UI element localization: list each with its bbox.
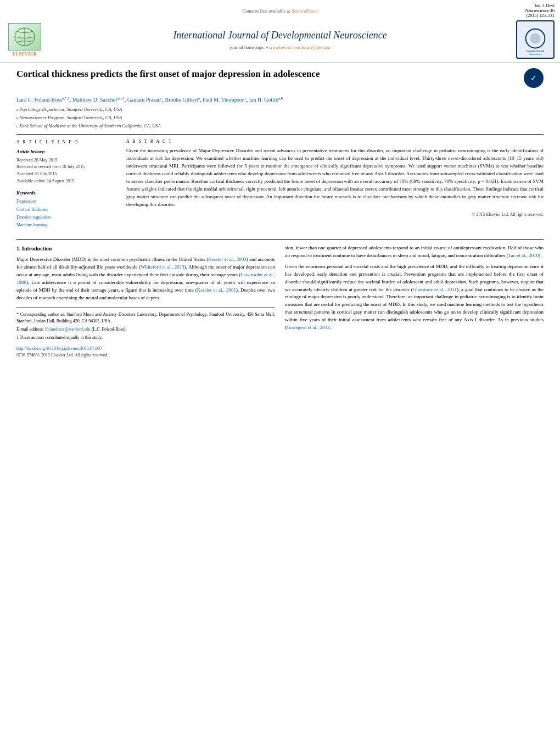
ref-tao[interactable]: Tao et al., 2010	[508, 253, 539, 258]
sciencedirect-link[interactable]: ScienceDirect	[292, 8, 318, 14]
keyword-1[interactable]: Depression	[16, 198, 115, 205]
crossmark-badge: ✓	[524, 68, 544, 88]
received-date: Received 26 May 2015	[16, 157, 115, 164]
elsevier-text: ELSEVIER	[13, 52, 37, 57]
accepted-date: Accepted 20 July 2015	[16, 171, 115, 178]
footnote-email: E-mail address: lfolandross@stanford.edu…	[16, 326, 275, 333]
footnote1-text: 1 These authors contributed equally to t…	[16, 334, 275, 341]
aff-sup-a: a	[16, 107, 18, 113]
aff-text-c: Keck School of Medicine at the Universit…	[19, 122, 161, 130]
copyright-line: © 2015 Elsevier Ltd. All rights reserved…	[126, 212, 544, 217]
devneurosci-logo: Developmental Neuroscience	[516, 20, 555, 59]
affiliation-c: c Keck School of Medicine at the Univers…	[16, 122, 544, 130]
author3-sup: c	[160, 96, 162, 101]
footnote-corresponding: * Corresponding author at: Stanford Mood…	[16, 311, 275, 325]
available-date: Available online 24 August 2015	[16, 178, 115, 185]
homepage-line: journal homepage: www.elsevier.com/locat…	[49, 44, 511, 50]
svg-text:Developmental: Developmental	[527, 50, 544, 53]
abstract-column: A B S T R A C T Given the increasing pre…	[126, 139, 544, 234]
keywords-group: Keywords: Depression Cortical thickness …	[16, 189, 115, 230]
email-attribution: (L.C. Foland-Ross).	[92, 327, 127, 332]
body-two-col: 1. Introduction Major Depressive Disorde…	[16, 244, 544, 359]
history-label: Article history:	[16, 148, 115, 156]
article-info-box: A R T I C L E I N F O Article history: R…	[16, 139, 115, 230]
ref-kessler2001[interactable]: Kessler et al., 2001	[197, 287, 236, 293]
ref-grotegerd[interactable]: Grotegerd et al., 2013;	[287, 325, 331, 330]
ref-whiteford[interactable]: Whiteford et al., 2013	[141, 264, 184, 270]
keyword-3[interactable]: Emotion regulation	[16, 214, 115, 221]
top-divider	[16, 134, 544, 135]
authors-line: Lara C. Foland-Rossa,*,1, Matthew D. Sac…	[16, 96, 544, 104]
citation-info: Int. J. Devl Neuroscience 46 (2015) 125–…	[516, 3, 555, 18]
aff-text-b: Neurosciences Program, Stanford Universi…	[20, 114, 122, 122]
svg-text:✓: ✓	[530, 74, 537, 82]
keyword-2[interactable]: Cortical thickness	[16, 206, 115, 214]
keywords-label: Keywords:	[16, 189, 115, 197]
svg-text:Neuroscience: Neuroscience	[529, 53, 542, 55]
info-abstract-row: A R T I C L E I N F O Article history: R…	[16, 139, 544, 234]
email-address[interactable]: lfolandross@stanford.edu	[45, 327, 91, 332]
homepage-label: journal homepage:	[230, 44, 265, 50]
svg-point-4	[530, 33, 540, 43]
body-col-left: 1. Introduction Major Depressive Disorde…	[16, 244, 275, 359]
article-info-heading: A R T I C L E I N F O	[16, 139, 115, 146]
section1-heading: 1. Introduction	[16, 244, 275, 253]
journal-title: International Journal of Developmental N…	[49, 29, 511, 42]
author3-name[interactable]: Gautam Prasad	[127, 97, 161, 103]
keywords-list: Depression Cortical thickness Emotion re…	[16, 198, 115, 230]
aff-sup-c: c	[16, 124, 18, 130]
article-info-column: A R T I C L E I N F O Article history: R…	[16, 139, 115, 234]
abstract-section: A B S T R A C T Given the increasing pre…	[126, 139, 544, 217]
author5-sup: c	[245, 96, 247, 101]
author6-sup: a,b	[278, 96, 283, 101]
contents-label: Contents lists available at	[242, 8, 290, 14]
article-container: Cortical thickness predicts the first on…	[0, 63, 560, 365]
article-title-text: Cortical thickness predicts the first on…	[16, 68, 518, 83]
elsevier-logo: ELSEVIER	[5, 23, 44, 57]
article-title-section: Cortical thickness predicts the first on…	[16, 68, 544, 91]
author1-name[interactable]: Lara C. Foland-Ross	[16, 97, 62, 103]
ref-kessler2003[interactable]: Kessler et al., 2003	[208, 256, 247, 262]
aff-text-a: Psychology Department, Stanford Universi…	[19, 106, 122, 114]
author6-name[interactable]: Ian H. Gotlib	[249, 97, 278, 103]
homepage-link[interactable]: www.elsevier.com/locate/ijdevneu	[266, 44, 330, 50]
revised-date: Received in revised form 18 July 2015	[16, 164, 115, 171]
email-label: E-mail address:	[16, 327, 44, 332]
issn-line: 0736-5748/© 2015 Elsevier Ltd. All right…	[16, 352, 275, 359]
bottom-divider	[16, 239, 544, 240]
journal-top-center: Contents lists available at ScienceDirec…	[44, 8, 516, 14]
body-para3: Given the enormous personal and societal…	[285, 263, 544, 332]
body-para2: sion, fewer than one-quarter of depresse…	[285, 244, 544, 260]
body-para1: Major Depressive Disorder (MDD) is the m…	[16, 256, 275, 302]
doi-section: http://dx.doi.org/10.1016/j.ijdevneu.201…	[16, 345, 275, 359]
keyword-4[interactable]: Machine learning	[16, 221, 115, 229]
journal-header: Contents lists available at ScienceDirec…	[0, 0, 560, 63]
author4-sup: a	[198, 96, 200, 101]
aff-sup-b: b	[16, 115, 19, 121]
author2-name[interactable]: Matthew D. Sacchet	[72, 97, 117, 103]
author2-sup: a,b,1	[117, 96, 125, 101]
author4-name[interactable]: Brooke Gilbert	[165, 97, 198, 103]
affiliation-b: b Neurosciences Program, Stanford Univer…	[16, 114, 544, 122]
affiliation-a: a Psychology Department, Stanford Univer…	[16, 106, 544, 114]
ref-lewinsohn[interactable]: Lewinsohn et al., 1998	[16, 272, 275, 285]
body-col-right: sion, fewer than one-quarter of depresse…	[285, 244, 544, 359]
elsevier-logo-box	[8, 23, 41, 51]
abstract-text: Given the increasing prevalence of Major…	[126, 147, 544, 209]
journal-main-title: International Journal of Developmental N…	[44, 29, 516, 49]
affiliations: a Psychology Department, Stanford Univer…	[16, 106, 544, 130]
article-history-group: Article history: Received 26 May 2015 Re…	[16, 148, 115, 185]
author5-name[interactable]: Paul M. Thompson	[203, 97, 245, 103]
author1-sup: a,*,1	[62, 96, 70, 101]
footnote-section: * Corresponding author at: Stanford Mood…	[16, 308, 275, 341]
doi-link[interactable]: http://dx.doi.org/10.1016/j.ijdevneu.201…	[16, 345, 275, 352]
ref-gladstone[interactable]: Gladstone et al., 2011	[413, 287, 457, 292]
journal-title-row: ELSEVIER International Journal of Develo…	[5, 20, 555, 59]
abstract-heading: A B S T R A C T	[126, 139, 544, 144]
article-title: Cortical thickness predicts the first on…	[16, 68, 518, 80]
